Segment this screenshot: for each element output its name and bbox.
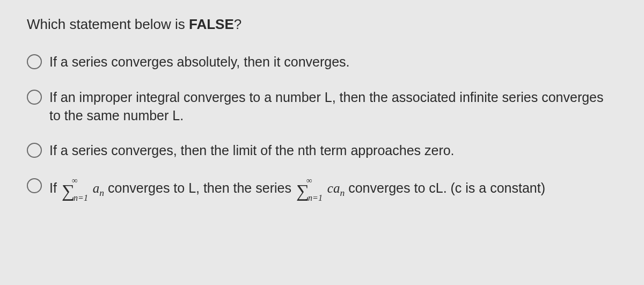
option-b-text: If an improper integral converges to a n…	[49, 89, 617, 125]
sigma-icon-2: ∞ ∑ n=1	[296, 177, 323, 199]
term1-sub: n	[99, 187, 104, 198]
question-prompt: Which statement below is FALSE?	[27, 16, 617, 33]
option-a[interactable]: If a series converges absolutely, then i…	[27, 53, 617, 71]
option-c[interactable]: If a series converges, then the limit of…	[27, 142, 617, 160]
sigma-symbol-2: ∑	[296, 184, 309, 199]
option-d-text: If ∞ ∑ n=1 an converges to L, then the s…	[49, 177, 617, 200]
option-d-p3: converges to cL. (c is a constant)	[345, 180, 545, 195]
radio-b[interactable]	[27, 90, 42, 105]
sigma-body-2: ∑ n=1	[296, 184, 323, 199]
option-d-p1: If	[49, 180, 61, 195]
sigma-body: ∑ n=1	[62, 184, 88, 199]
term2-sub: n	[340, 187, 345, 198]
radio-d[interactable]	[27, 178, 42, 193]
sigma-lower: n=1	[74, 194, 88, 202]
radio-c[interactable]	[27, 143, 42, 158]
sigma-icon: ∞ ∑ n=1	[62, 177, 88, 199]
option-c-text: If a series converges, then the limit of…	[49, 142, 617, 160]
sigma-symbol: ∑	[62, 184, 75, 199]
radio-a[interactable]	[27, 54, 42, 69]
question-suffix: ?	[234, 16, 241, 32]
option-d[interactable]: If ∞ ∑ n=1 an converges to L, then the s…	[27, 177, 617, 200]
question-emph: FALSE	[189, 16, 234, 32]
term1-var: a	[93, 181, 100, 195]
sigma-lower-2: n=1	[308, 194, 323, 202]
option-a-text: If a series converges absolutely, then i…	[49, 53, 617, 71]
term2-var: ca	[327, 181, 340, 195]
question-prefix: Which statement below is	[27, 16, 189, 32]
option-d-p2: converges to L, then the series	[104, 180, 295, 195]
option-b[interactable]: If an improper integral converges to a n…	[27, 89, 617, 125]
